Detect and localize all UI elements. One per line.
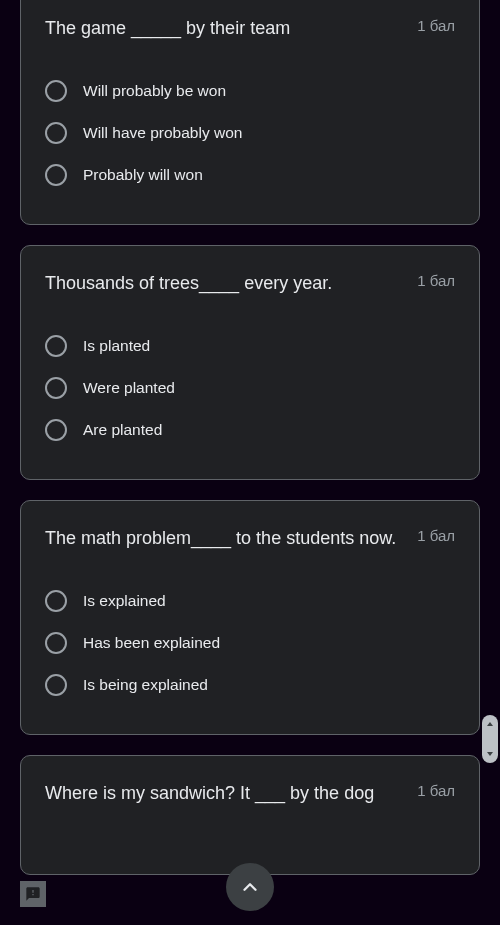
radio-option[interactable]: Will probably be won — [45, 70, 455, 112]
question-text: The math problem____ to the students now… — [45, 525, 401, 552]
radio-icon — [45, 674, 67, 696]
radio-option[interactable]: Will have probably won — [45, 112, 455, 154]
radio-icon — [45, 335, 67, 357]
radio-option[interactable]: Were planted — [45, 367, 455, 409]
feedback-icon — [25, 886, 41, 902]
radio-option[interactable]: Is being explained — [45, 664, 455, 706]
radio-icon — [45, 80, 67, 102]
radio-icon — [45, 164, 67, 186]
question-header: The game _____ by their team 1 бал — [45, 15, 455, 42]
radio-icon — [45, 419, 67, 441]
option-label: Probably will won — [83, 166, 203, 184]
question-card: The math problem____ to the students now… — [20, 500, 480, 735]
points-label: 1 бал — [417, 527, 455, 544]
chevron-down-icon — [487, 752, 493, 756]
radio-option[interactable]: Has been explained — [45, 622, 455, 664]
feedback-button[interactable] — [20, 881, 46, 907]
option-label: Is planted — [83, 337, 150, 355]
question-card: Thousands of trees____ every year. 1 бал… — [20, 245, 480, 480]
question-text: Where is my sandwich? It ___ by the dog — [45, 780, 401, 807]
points-label: 1 бал — [417, 17, 455, 34]
option-label: Has been explained — [83, 634, 220, 652]
option-label: Are planted — [83, 421, 162, 439]
scroll-indicator[interactable] — [482, 715, 498, 763]
question-card: The game _____ by their team 1 бал Will … — [20, 0, 480, 225]
question-header: Thousands of trees____ every year. 1 бал — [45, 270, 455, 297]
question-text: The game _____ by their team — [45, 15, 401, 42]
question-card: Where is my sandwich? It ___ by the dog … — [20, 755, 480, 875]
radio-icon — [45, 632, 67, 654]
radio-option[interactable]: Is planted — [45, 325, 455, 367]
radio-option[interactable]: Probably will won — [45, 154, 455, 196]
option-label: Is explained — [83, 592, 166, 610]
radio-icon — [45, 122, 67, 144]
option-label: Will have probably won — [83, 124, 242, 142]
question-header: Where is my sandwich? It ___ by the dog … — [45, 780, 455, 807]
option-label: Is being explained — [83, 676, 208, 694]
option-label: Were planted — [83, 379, 175, 397]
points-label: 1 бал — [417, 272, 455, 289]
option-label: Will probably be won — [83, 82, 226, 100]
question-header: The math problem____ to the students now… — [45, 525, 455, 552]
chevron-up-icon — [487, 722, 493, 726]
radio-option[interactable]: Are planted — [45, 409, 455, 451]
chevron-up-icon — [239, 876, 261, 898]
question-text: Thousands of trees____ every year. — [45, 270, 401, 297]
radio-icon — [45, 377, 67, 399]
radio-option[interactable]: Is explained — [45, 580, 455, 622]
scroll-to-top-button[interactable] — [226, 863, 274, 911]
radio-icon — [45, 590, 67, 612]
points-label: 1 бал — [417, 782, 455, 799]
